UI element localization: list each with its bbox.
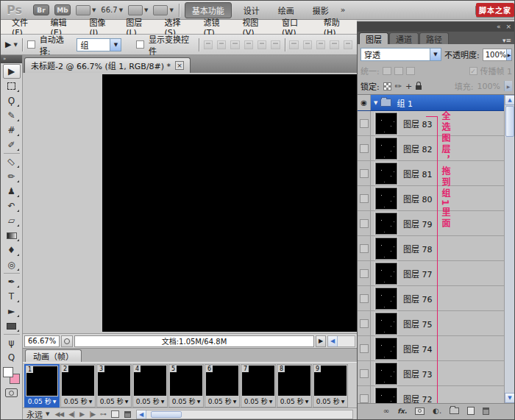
visibility-toggle[interactable] <box>358 186 371 210</box>
auto-select-checkbox[interactable] <box>27 40 35 49</box>
scrollbar-thumb[interactable] <box>505 106 514 137</box>
visibility-toggle[interactable]: ◉ <box>358 95 371 110</box>
visibility-toggle[interactable] <box>358 336 371 360</box>
layer-thumbnail[interactable] <box>375 338 397 360</box>
pen-tool[interactable]: ✒ <box>3 274 21 289</box>
next-frame-button[interactable]: |▶ <box>89 410 95 418</box>
frame-delay-button[interactable]: 0.05 秒▼ <box>61 396 95 406</box>
layer-row[interactable]: 图层 83 <box>358 111 515 136</box>
frame-2[interactable]: 20.05 秒▼ <box>60 364 96 407</box>
workspace-paint-button[interactable]: 绘画 <box>271 3 301 18</box>
hand-tool[interactable]: ψ <box>3 335 21 350</box>
layer-row[interactable]: 图层 77 <box>358 261 515 286</box>
visibility-toggle[interactable] <box>358 111 371 135</box>
first-frame-button[interactable]: ◀◀ <box>54 410 63 418</box>
quick-mask-button[interactable] <box>5 388 18 397</box>
frame-5[interactable]: 50.05 秒▼ <box>168 364 204 407</box>
lock-position-icon[interactable]: + <box>405 82 412 91</box>
foreground-color-swatch[interactable] <box>3 367 13 377</box>
align-right-icon[interactable] <box>271 40 280 49</box>
visibility-checkbox[interactable] <box>360 269 369 278</box>
layer-name[interactable]: 图层 73 <box>403 368 433 380</box>
visibility-checkbox[interactable] <box>360 244 369 253</box>
zoom-tool[interactable]: Q <box>3 350 21 365</box>
frame-8[interactable]: 80.05 秒▼ <box>277 364 312 407</box>
layer-name[interactable]: 图层 83 <box>403 118 433 129</box>
visibility-toggle[interactable] <box>358 211 371 235</box>
visibility-checkbox[interactable] <box>360 169 369 178</box>
canvas-image[interactable] <box>102 74 357 332</box>
visibility-toggle[interactable] <box>358 236 371 260</box>
layer-row[interactable]: 图层 72 <box>358 386 515 403</box>
layer-name[interactable]: 图层 78 <box>403 243 433 255</box>
tool-preset-button[interactable]: ▶▼ <box>5 40 18 49</box>
layer-row[interactable]: 图层 80 <box>358 186 515 211</box>
layer-name[interactable]: 图层 72 <box>403 393 433 404</box>
layer-name[interactable]: 图层 80 <box>403 193 433 204</box>
opacity-field[interactable]: 100%▶ <box>483 49 512 61</box>
play-button[interactable]: ▶ <box>79 410 84 418</box>
layer-name[interactable]: 图层 81 <box>403 168 433 179</box>
delete-layer-icon[interactable] <box>483 407 489 415</box>
lock-all-icon[interactable] <box>416 85 422 90</box>
clone-stamp-tool[interactable]: ♟ <box>3 184 21 199</box>
canvas-area[interactable] <box>23 73 357 333</box>
visibility-checkbox[interactable] <box>360 144 369 153</box>
frame-4[interactable]: 40.05 秒▼ <box>132 364 168 407</box>
lock-transparency-icon[interactable] <box>383 82 391 90</box>
layer-row[interactable]: 图层 79 <box>358 211 515 236</box>
layer-thumbnail[interactable] <box>375 138 397 160</box>
quick-select-tool[interactable]: ✎ <box>3 108 21 123</box>
auto-select-dropdown[interactable]: 组▼ <box>77 38 121 51</box>
healing-brush-tool[interactable]: ▭ <box>3 154 21 169</box>
frame-3[interactable]: 30.05 秒▼ <box>96 364 132 407</box>
frame-delay-button[interactable]: 0.05 秒▼ <box>277 396 311 406</box>
unify-position-icon[interactable] <box>383 67 391 75</box>
layer-row[interactable]: 图层 81 <box>358 161 515 186</box>
visibility-checkbox[interactable] <box>360 369 369 378</box>
lock-pixels-icon[interactable]: ✏ <box>395 82 402 91</box>
panel-menu-icon[interactable]: ▾≡ <box>499 37 515 44</box>
zoom-level-button[interactable]: 66.7▼ <box>101 6 123 14</box>
align-left-icon[interactable] <box>244 40 253 49</box>
arrange-documents-button[interactable]: ▼ <box>128 5 148 15</box>
visibility-toggle[interactable] <box>358 361 371 385</box>
eraser-tool[interactable]: ▱ <box>3 213 21 228</box>
visibility-toggle[interactable] <box>358 311 371 335</box>
layer-name[interactable]: 图层 76 <box>403 293 433 305</box>
timing-icon[interactable] <box>61 335 73 347</box>
marquee-tool[interactable] <box>3 79 21 93</box>
dodge-tool[interactable]: ◎ <box>3 257 21 272</box>
frame-delay-button[interactable]: 0.05 秒▼ <box>169 396 203 406</box>
layer-thumbnail[interactable] <box>375 363 397 385</box>
group-row-selected[interactable]: ◉ ▼ 组 1 <box>358 95 515 111</box>
path-select-tool[interactable]: ► <box>3 304 21 318</box>
vertical-scrollbar[interactable]: ▲ ▼ <box>504 95 515 403</box>
frame-delay-button[interactable]: 0.05 秒▼ <box>133 396 167 406</box>
group-name[interactable]: 组 1 <box>397 97 413 109</box>
animation-tab[interactable]: 动画（帧） <box>25 349 82 362</box>
bridge-button[interactable]: Br <box>33 4 49 15</box>
horizontal-scrollbar[interactable]: ◀ <box>327 335 355 347</box>
visibility-toggle[interactable] <box>358 286 371 310</box>
loop-dropdown[interactable]: 永远▼ <box>26 408 49 420</box>
screen-mode-button[interactable]: ▼ <box>153 5 173 15</box>
layer-style-icon[interactable]: fx. <box>397 407 407 415</box>
layer-thumbnail[interactable] <box>375 163 397 185</box>
layer-row[interactable]: 图层 74 <box>358 336 515 361</box>
close-icon[interactable]: × <box>175 61 184 70</box>
align-top-icon[interactable] <box>204 40 213 49</box>
visibility-toggle[interactable] <box>358 136 371 160</box>
layer-name[interactable]: 图层 74 <box>403 343 433 355</box>
layer-mask-icon[interactable] <box>415 407 425 415</box>
distribute-vcenter-icon[interactable] <box>303 40 312 49</box>
layer-thumbnail[interactable] <box>375 238 397 260</box>
frames-scrollbar[interactable]: ◀ <box>136 410 353 419</box>
distribute-bottom-icon[interactable] <box>316 40 325 49</box>
layer-thumbnail[interactable] <box>375 313 397 335</box>
visibility-toggle[interactable] <box>358 261 371 285</box>
frame-1[interactable]: 10.05 秒▼ <box>24 364 60 407</box>
delete-frame-button[interactable] <box>124 411 131 418</box>
tab-channels[interactable]: 通道 <box>389 32 419 44</box>
visibility-checkbox[interactable] <box>360 194 369 203</box>
